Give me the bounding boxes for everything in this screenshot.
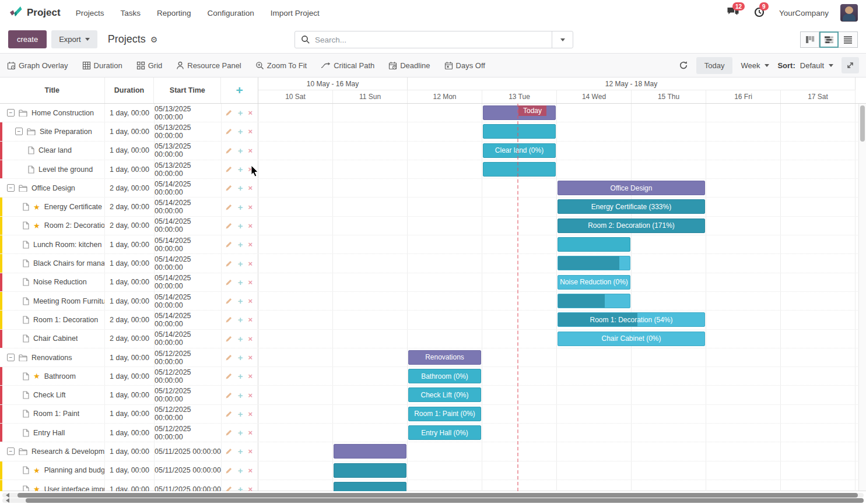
edit-pencil-icon[interactable] (225, 165, 233, 173)
row-title-cell[interactable]: ★Bathroom (0, 367, 105, 385)
delete-x-icon[interactable]: × (248, 279, 253, 286)
gantt-bar[interactable]: Room 1: Decoration (54%) (558, 312, 705, 327)
horizontal-scrollbar-thumb[interactable] (26, 498, 864, 503)
edit-pencil-icon[interactable] (225, 297, 233, 305)
edit-pencil-icon[interactable] (225, 467, 233, 474)
add-subtask-icon[interactable]: + (238, 315, 243, 324)
kanban-view-button[interactable] (800, 31, 819, 48)
row-title-cell[interactable]: ★Room 2: Decoration (0, 217, 105, 235)
delete-x-icon[interactable]: × (248, 297, 253, 305)
row-title-cell[interactable]: Clear land (0, 142, 105, 160)
add-subtask-icon[interactable]: + (238, 334, 243, 343)
company-name[interactable]: YourCompany (779, 9, 829, 17)
gantt-bar[interactable] (558, 237, 630, 252)
delete-x-icon[interactable]: × (248, 147, 253, 154)
add-subtask-icon[interactable]: + (238, 221, 243, 230)
edit-pencil-icon[interactable] (225, 316, 233, 323)
toolbar-button-duration[interactable]: Duration (82, 61, 122, 70)
gantt-bar[interactable]: Entry Hall (0%) (408, 425, 481, 440)
row-title-cell[interactable]: ★Planning and budge (0, 461, 105, 480)
delete-x-icon[interactable]: × (248, 184, 253, 192)
delete-x-icon[interactable]: × (248, 429, 253, 436)
gantt-bar[interactable]: Renovations (408, 350, 481, 365)
row-title-cell[interactable]: Meeting Room Furnitur (0, 292, 105, 310)
scroll-left-arrow-icon[interactable] (6, 498, 9, 503)
collapse-toggle[interactable]: − (7, 184, 15, 192)
favorite-star-icon[interactable]: ★ (33, 485, 40, 491)
row-title-cell[interactable]: −Renovations (0, 348, 105, 366)
gantt-bar[interactable] (334, 482, 406, 491)
add-subtask-icon[interactable]: + (238, 428, 243, 437)
export-button[interactable]: Export (51, 30, 97, 48)
gantt-bar[interactable] (483, 162, 556, 177)
delete-x-icon[interactable]: × (248, 354, 253, 361)
app-brand[interactable]: Project (8, 5, 61, 21)
add-subtask-icon[interactable]: + (238, 127, 243, 136)
row-title-cell[interactable]: Room 1: Paint (0, 405, 105, 423)
delete-x-icon[interactable]: × (248, 485, 253, 491)
edit-pencil-icon[interactable] (225, 147, 233, 154)
row-title-cell[interactable]: ★User interface impro (0, 480, 105, 491)
vertical-scrollbar-thumb[interactable] (860, 105, 865, 142)
edit-pencil-icon[interactable] (225, 222, 233, 230)
delete-x-icon[interactable]: × (248, 372, 253, 380)
add-subtask-icon[interactable]: + (238, 259, 243, 268)
toolbar-button-graph-overlay[interactable]: Graph Overlay (7, 61, 68, 70)
nav-item-projects[interactable]: Projects (76, 9, 104, 17)
nav-item-reporting[interactable]: Reporting (157, 9, 191, 17)
edit-pencil-icon[interactable] (225, 447, 233, 455)
edit-pencil-icon[interactable] (225, 203, 233, 211)
add-subtask-icon[interactable]: + (238, 410, 243, 418)
gantt-bar[interactable] (558, 256, 630, 270)
favorite-star-icon[interactable]: ★ (33, 203, 40, 212)
toolbar-button-grid[interactable]: Grid (136, 61, 163, 70)
gantt-bar[interactable]: Clear land (0%) (483, 143, 556, 158)
row-title-cell[interactable]: Chair Cabinet (0, 330, 105, 348)
collapse-toggle[interactable]: − (7, 354, 15, 361)
add-subtask-icon[interactable]: + (238, 485, 243, 491)
delete-x-icon[interactable]: × (248, 203, 253, 211)
row-title-cell[interactable]: −Office Design (0, 179, 105, 197)
nav-item-tasks[interactable]: Tasks (120, 9, 141, 17)
delete-x-icon[interactable]: × (248, 335, 253, 343)
gantt-bar[interactable]: Check Lift (0%) (408, 387, 481, 402)
row-title-cell[interactable]: Lunch Room: kitchen (0, 235, 105, 253)
add-subtask-icon[interactable]: + (238, 108, 243, 117)
gantt-bar[interactable]: Noise Reduction (0%) (558, 275, 630, 290)
horizontal-scrollbar-thumb[interactable] (17, 493, 858, 498)
toolbar-button-resource-panel[interactable]: Resource Panel (176, 61, 241, 70)
search-filter-toggle[interactable] (552, 31, 573, 48)
delete-x-icon[interactable]: × (248, 467, 253, 474)
delete-x-icon[interactable]: × (248, 316, 253, 323)
delete-x-icon[interactable]: × (248, 222, 253, 230)
gantt-bar[interactable]: Bathroom (0%) (408, 369, 481, 383)
delete-x-icon[interactable]: × (248, 109, 253, 117)
toolbar-button-deadline[interactable]: Deadline (388, 61, 430, 70)
add-subtask-icon[interactable]: + (238, 447, 243, 456)
messages-button[interactable]: 12 (725, 6, 741, 20)
gantt-bar[interactable] (558, 294, 630, 308)
column-header-title[interactable]: Title (0, 77, 105, 103)
vertical-scrollbar[interactable] (858, 104, 866, 491)
gantt-bar[interactable]: Energy Certificate (333%) (558, 199, 705, 214)
gantt-view-button[interactable] (819, 31, 839, 48)
edit-pencil-icon[interactable] (225, 279, 233, 286)
delete-x-icon[interactable]: × (248, 128, 253, 135)
add-subtask-icon[interactable]: + (238, 146, 243, 155)
list-view-button[interactable] (839, 31, 858, 48)
add-task-button[interactable]: + (221, 77, 258, 103)
collapse-toggle[interactable]: − (7, 447, 15, 455)
toolbar-button-zoom-to-fit[interactable]: Zoom To Fit (255, 61, 307, 70)
collapse-toggle[interactable]: − (7, 109, 15, 117)
gantt-bar[interactable]: Office Design (558, 181, 705, 195)
toolbar-button-days-off[interactable]: Days Off (444, 61, 485, 70)
gantt-bar[interactable] (334, 444, 406, 459)
edit-pencil-icon[interactable] (225, 241, 233, 248)
fullscreen-button[interactable] (842, 57, 859, 73)
edit-pencil-icon[interactable] (225, 128, 233, 135)
horizontal-scrollbar-2[interactable] (2, 498, 864, 503)
add-subtask-icon[interactable]: + (238, 278, 243, 287)
edit-pencil-icon[interactable] (225, 335, 233, 343)
edit-pencil-icon[interactable] (225, 410, 233, 418)
row-title-cell[interactable]: −Home Construction (0, 104, 105, 122)
